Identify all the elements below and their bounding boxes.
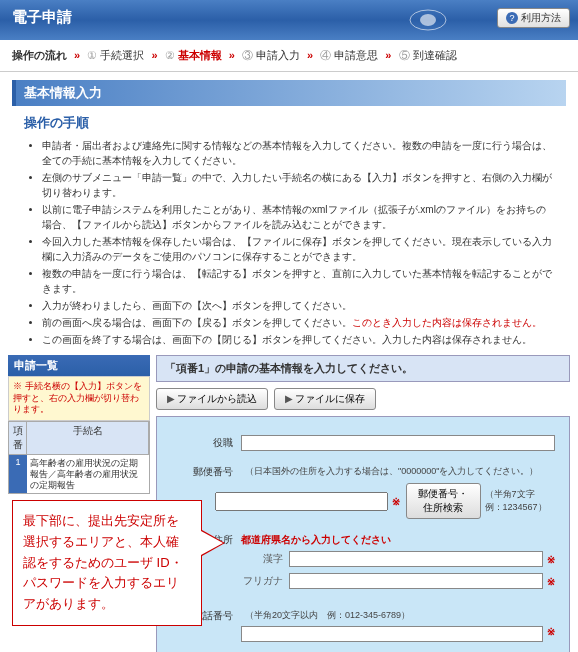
postal-input[interactable] <box>215 492 388 511</box>
banner: 電子申請 利用方法 <box>0 0 578 40</box>
annotation-callout: 最下部に、提出先安定所を選択するエリアと、本人確認をするためのユーザ ID・パス… <box>12 500 202 626</box>
address-hint: 都道府県名から入力してください <box>241 533 391 547</box>
chevron-right-icon: » <box>74 49 80 61</box>
chevron-right-icon: » <box>307 49 313 61</box>
breadcrumb: 操作の流れ » ① 手続選択 » ② 基本情報 » ③ 申請入力 » ④ 申請意… <box>0 40 578 72</box>
sidebar-table-header: 項番 手続名 <box>8 421 150 455</box>
file-save-button[interactable]: ▶ファイルに保存 <box>274 388 376 410</box>
section-title: 基本情報入力 <box>12 80 566 106</box>
procedure-list: 申請者・届出者および連絡先に関する情報などの基本情報を入力してください。複数の申… <box>42 138 554 347</box>
tel-input[interactable] <box>241 626 543 642</box>
app-title: 電子申請 <box>12 8 72 25</box>
main-form: 「項番1」の申請の基本情報を入力してください。 ▶ファイルから読込 ▶ファイルに… <box>156 355 570 652</box>
required-mark: ※ <box>547 554 555 565</box>
postal-search-button[interactable]: 郵便番号・住所検索 <box>406 483 480 519</box>
address-kanji-input[interactable] <box>289 551 543 567</box>
required-mark: ※ <box>547 576 555 587</box>
required-mark: ※ <box>547 626 555 642</box>
procedure-block: 操作の手順 申請者・届出者および連絡先に関する情報などの基本情報を入力してくださ… <box>24 114 554 347</box>
chevron-right-icon: » <box>151 49 157 61</box>
required-mark: ※ <box>392 496 400 507</box>
form-title: 「項番1」の申請の基本情報を入力してください。 <box>156 355 570 382</box>
chevron-right-icon: » <box>229 49 235 61</box>
label-postal: 郵便番号 <box>171 465 241 479</box>
procedure-title: 操作の手順 <box>24 114 554 132</box>
sidebar-note: ※ 手続名横の【入力】ボタンを押すと、右の入力欄が切り替わります。 <box>8 376 150 421</box>
svg-point-1 <box>420 14 436 26</box>
help-button[interactable]: 利用方法 <box>497 8 570 28</box>
mouse-icon <box>398 5 458 35</box>
sidebar-title: 申請一覧 <box>8 355 150 376</box>
yakushoku-input[interactable] <box>241 435 555 451</box>
label-yakushoku: 役職 <box>171 436 241 450</box>
file-load-button[interactable]: ▶ファイルから読込 <box>156 388 268 410</box>
breadcrumb-label: 操作の流れ <box>12 49 67 61</box>
address-furigana-input[interactable] <box>289 573 543 589</box>
sidebar-table-row[interactable]: 1 高年齢者の雇用状況の定期報告／高年齢者の雇用状況の定期報告 <box>8 455 150 494</box>
triangle-right-icon: ▶ <box>167 393 175 404</box>
triangle-right-icon: ▶ <box>285 393 293 404</box>
chevron-right-icon: » <box>385 49 391 61</box>
